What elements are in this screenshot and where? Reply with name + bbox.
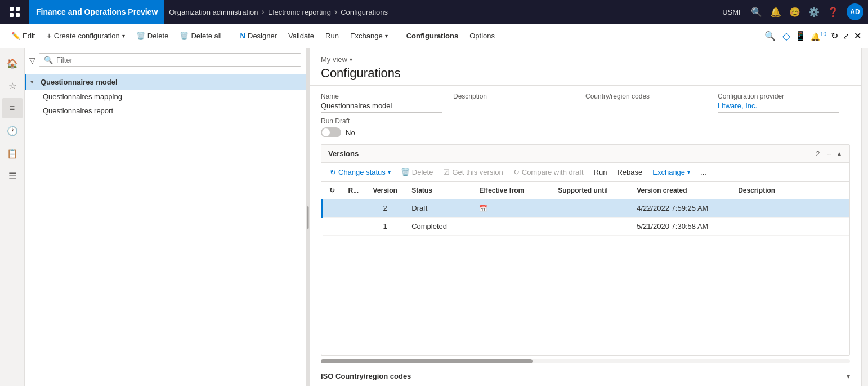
validate-button[interactable]: Validate bbox=[284, 29, 319, 42]
right-panel: My view ▾ Configurations Name Questionna… bbox=[310, 48, 861, 386]
delete-all-button[interactable]: 🗑️ Delete all bbox=[175, 29, 226, 42]
chevron-down-icon: ▾ bbox=[122, 33, 125, 39]
toolbar-divider-1 bbox=[231, 29, 231, 43]
versions-run-button[interactable]: Run bbox=[590, 166, 611, 178]
designer-icon: N bbox=[240, 32, 245, 40]
sidebar-home-icon[interactable]: 🏠 bbox=[2, 53, 23, 73]
mobile-icon[interactable]: 📱 bbox=[795, 30, 806, 41]
settings-icon[interactable]: ⚙️ bbox=[808, 7, 820, 17]
versions-exchange-chevron: ▾ bbox=[687, 169, 690, 175]
sidebar-calendar-icon[interactable]: 📋 bbox=[2, 143, 23, 163]
sidebar-list-icon[interactable]: ☰ bbox=[2, 166, 23, 186]
breadcrumb-sep-1: › bbox=[262, 7, 265, 17]
delete-button[interactable]: 🗑️ Delete bbox=[132, 29, 173, 42]
compare-icon: ↻ bbox=[513, 168, 520, 176]
versions-collapse-icon[interactable]: ▲ bbox=[836, 150, 843, 158]
row2-description bbox=[731, 218, 849, 236]
sidebar-clock-icon[interactable]: 🕐 bbox=[2, 121, 23, 141]
table-row[interactable]: 2 Draft 📅 4/22/2022 7:59:25 AM bbox=[323, 199, 850, 218]
table-row[interactable]: 1 Completed 5/21/2020 7:30:58 AM bbox=[323, 218, 850, 236]
tree-item-root[interactable]: ▾ Questionnaires model bbox=[25, 74, 306, 90]
edit-button[interactable]: ✏️ Edit bbox=[7, 29, 39, 42]
breadcrumb-er[interactable]: Electronic reporting bbox=[268, 8, 331, 16]
filter-input[interactable] bbox=[56, 56, 296, 64]
horizontal-scrollbar[interactable] bbox=[321, 359, 850, 363]
versions-toolbar: ↻ Change status ▾ 🗑️ Delete ☑ Get this v… bbox=[321, 163, 849, 182]
configurations-button[interactable]: Configurations bbox=[402, 29, 463, 42]
refresh-icon[interactable]: ↻ bbox=[831, 30, 838, 41]
col-header-status[interactable]: Status bbox=[405, 182, 472, 199]
change-status-button[interactable]: ↻ Change status ▾ bbox=[326, 166, 395, 178]
badge-10-icon[interactable]: 🔔10 bbox=[811, 31, 826, 41]
resize-handle[interactable] bbox=[306, 48, 310, 386]
validate-label: Validate bbox=[288, 32, 314, 40]
expand-icon[interactable]: ⤢ bbox=[843, 32, 849, 41]
delete-all-label: Delete all bbox=[191, 32, 221, 40]
change-status-label: Change status bbox=[338, 168, 386, 176]
table-header-row: ↻ R... Version Status Effective from Sup… bbox=[323, 182, 850, 199]
more-options-button[interactable]: ... bbox=[696, 166, 710, 178]
main-toolbar: ✏️ Edit + Create configuration ▾ 🗑️ Dele… bbox=[0, 24, 868, 48]
calendar-icon[interactable]: 📅 bbox=[479, 205, 487, 212]
compare-with-draft-button[interactable]: ↻ Compare with draft bbox=[509, 166, 588, 178]
filter-icon[interactable]: ▽ bbox=[29, 56, 35, 65]
app-grid-icon[interactable] bbox=[5, 2, 25, 22]
col-header-created[interactable]: Version created bbox=[630, 182, 731, 199]
provider-value[interactable]: Litware, Inc. bbox=[718, 101, 839, 113]
tree-item-mapping[interactable]: Questionnaires mapping bbox=[25, 90, 306, 104]
svg-rect-0 bbox=[10, 7, 14, 11]
diamond-icon[interactable]: ◇ bbox=[782, 30, 790, 42]
help-icon[interactable]: ❓ bbox=[827, 7, 839, 17]
versions-count: 2 bbox=[816, 149, 820, 158]
tree-item-report[interactable]: Questionnaires report bbox=[25, 104, 306, 118]
user-avatar[interactable]: AD bbox=[847, 3, 863, 20]
row1-created: 4/22/2022 7:59:25 AM bbox=[630, 199, 731, 218]
row1-refresh bbox=[323, 199, 342, 218]
search-nav-icon[interactable]: 🔍 bbox=[751, 7, 762, 17]
svg-rect-3 bbox=[16, 13, 20, 17]
designer-button[interactable]: N Designer bbox=[236, 29, 281, 42]
form-field-description: Description bbox=[453, 92, 585, 113]
user-company: USMF bbox=[722, 8, 743, 16]
main-layout: 🏠 ☆ ≡ 🕐 📋 ☰ ▽ 🔍 ▾ Questionnaires model Q… bbox=[0, 48, 868, 386]
panel-header: My view ▾ Configurations bbox=[310, 48, 861, 86]
rebase-button[interactable]: Rebase bbox=[613, 166, 646, 178]
options-button[interactable]: Options bbox=[465, 29, 499, 42]
bell-icon[interactable]: 🔔 bbox=[770, 7, 781, 17]
close-icon[interactable]: ✕ bbox=[854, 30, 861, 41]
right-scrollbar[interactable] bbox=[861, 48, 868, 386]
breadcrumb-configs[interactable]: Configurations bbox=[341, 8, 388, 16]
sidebar-filter-icon[interactable]: ≡ bbox=[2, 98, 23, 118]
my-view-dropdown[interactable]: My view ▾ bbox=[321, 55, 850, 64]
run-draft-section: Run Draft No bbox=[310, 113, 861, 137]
emoji-icon[interactable]: 😊 bbox=[789, 7, 800, 17]
versions-header: Versions 2 -- ▲ bbox=[321, 145, 849, 163]
tree-child-report-label: Questionnaires report bbox=[43, 107, 113, 115]
exchange-button[interactable]: Exchange ▾ bbox=[346, 29, 392, 42]
toolbar-search-icon[interactable]: 🔍 bbox=[764, 30, 776, 41]
get-this-version-button[interactable]: ☑ Get this version bbox=[439, 166, 507, 178]
svg-rect-1 bbox=[16, 7, 20, 11]
top-nav-bar: Finance and Operations Preview Organizat… bbox=[0, 0, 868, 24]
col-header-supported[interactable]: Supported until bbox=[551, 182, 630, 199]
row1-version: 2 bbox=[365, 199, 405, 218]
change-status-chevron: ▾ bbox=[388, 169, 391, 175]
breadcrumb-org[interactable]: Organization administration bbox=[169, 8, 258, 16]
search-box[interactable]: 🔍 bbox=[39, 53, 301, 67]
sidebar-star-icon[interactable]: ☆ bbox=[2, 76, 23, 96]
versions-run-label: Run bbox=[594, 168, 607, 176]
col-header-description[interactable]: Description bbox=[731, 182, 849, 199]
expand-icon: ▾ bbox=[30, 78, 38, 86]
iso-section[interactable]: ISO Country/region codes ▾ bbox=[310, 366, 861, 386]
run-draft-toggle[interactable] bbox=[321, 127, 341, 137]
versions-exchange-button[interactable]: Exchange ▾ bbox=[648, 166, 694, 178]
description-label: Description bbox=[453, 92, 574, 100]
versions-delete-button[interactable]: 🗑️ Delete bbox=[397, 166, 437, 178]
run-button[interactable]: Run bbox=[321, 29, 343, 42]
plus-icon: + bbox=[46, 31, 51, 41]
col-header-effective[interactable]: Effective from bbox=[472, 182, 551, 199]
col-header-version[interactable]: Version bbox=[365, 182, 405, 199]
left-panel: ▽ 🔍 ▾ Questionnaires model Questionnaire… bbox=[25, 48, 306, 386]
toggle-row: No bbox=[321, 127, 355, 137]
create-config-button[interactable]: + Create configuration ▾ bbox=[42, 29, 129, 43]
